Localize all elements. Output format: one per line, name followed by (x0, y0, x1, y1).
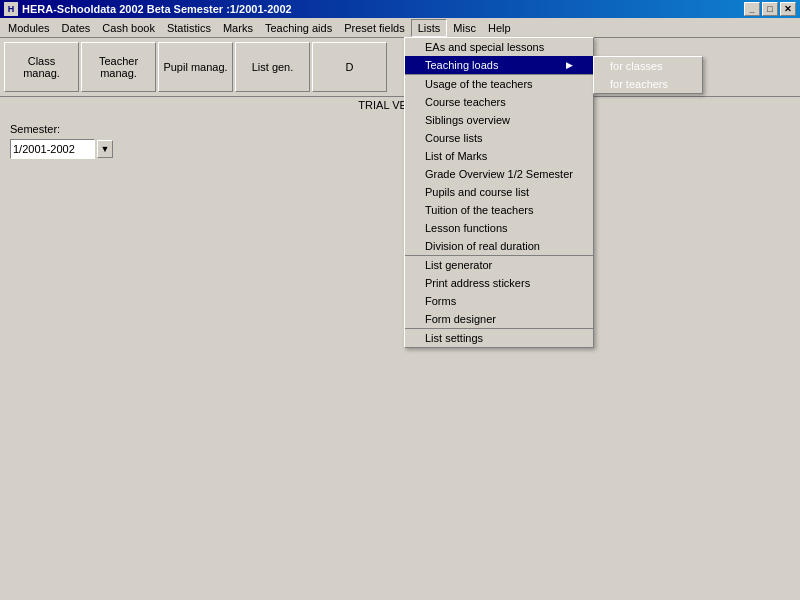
menu-section-4: List settings (405, 329, 593, 347)
list-gen-button[interactable]: List gen. (235, 42, 310, 92)
menu-item-siblings-overview[interactable]: Siblings overview (405, 111, 593, 129)
close-button[interactable]: ✕ (780, 2, 796, 16)
menu-bar: Modules Dates Cash book Statistics Marks… (0, 18, 800, 38)
semester-select-container: ▼ (10, 139, 790, 159)
submenu-item-for-classes[interactable]: for classes (594, 57, 702, 75)
menu-cashbook[interactable]: Cash book (96, 20, 161, 36)
submenu-item-for-teachers[interactable]: for teachers (594, 75, 702, 93)
menu-item-list-settings[interactable]: List settings (405, 329, 593, 347)
menu-item-course-lists[interactable]: Course lists (405, 129, 593, 147)
menu-help[interactable]: Help (482, 20, 517, 36)
minimize-button[interactable]: _ (744, 2, 760, 16)
semester-input[interactable] (10, 139, 95, 159)
title-bar: H HERA-Schooldata 2002 Beta Semester :1/… (0, 0, 800, 18)
window-controls: _ □ ✕ (744, 2, 796, 16)
menu-dates[interactable]: Dates (56, 20, 97, 36)
class-manag-button[interactable]: Classmanag. (4, 42, 79, 92)
menu-item-lesson-functions[interactable]: Lesson functions (405, 219, 593, 237)
maximize-button[interactable]: □ (762, 2, 778, 16)
menu-item-tuition-teachers[interactable]: Tuition of the teachers (405, 201, 593, 219)
menu-lists[interactable]: Lists (411, 19, 448, 37)
menu-item-teaching-loads[interactable]: Teaching loads ▶ for classes for teacher… (405, 56, 593, 74)
menu-item-form-designer[interactable]: Form designer (405, 310, 593, 328)
menu-preset-fields[interactable]: Preset fields (338, 20, 411, 36)
menu-section-1: EAs and special lessons Teaching loads ▶… (405, 38, 593, 75)
menu-item-list-generator[interactable]: List generator (405, 256, 593, 274)
semester-dropdown-arrow[interactable]: ▼ (97, 140, 113, 158)
main-content: Semester: ▼ (0, 113, 800, 169)
teacher-manag-button[interactable]: Teachermanag. (81, 42, 156, 92)
d-button[interactable]: D (312, 42, 387, 92)
menu-item-usage-teachers[interactable]: Usage of the teachers (405, 75, 593, 93)
menu-modules[interactable]: Modules (2, 20, 56, 36)
menu-section-2: Usage of the teachers Course teachers Si… (405, 75, 593, 256)
menu-marks[interactable]: Marks (217, 20, 259, 36)
submenu-arrow-icon: ▶ (566, 60, 573, 70)
menu-item-forms[interactable]: Forms (405, 292, 593, 310)
menu-item-list-marks[interactable]: List of Marks (405, 147, 593, 165)
window-title: HERA-Schooldata 2002 Beta Semester :1/20… (22, 3, 292, 15)
menu-item-pupils-course[interactable]: Pupils and course list (405, 183, 593, 201)
lists-dropdown-menu: EAs and special lessons Teaching loads ▶… (404, 37, 594, 348)
pupil-manag-button[interactable]: Pupil manag. (158, 42, 233, 92)
semester-label: Semester: (10, 123, 790, 135)
teaching-loads-submenu: for classes for teachers (593, 56, 703, 94)
menu-item-division-real[interactable]: Division of real duration (405, 237, 593, 255)
menu-misc[interactable]: Misc (447, 20, 482, 36)
menu-item-eas-special[interactable]: EAs and special lessons (405, 38, 593, 56)
menu-teaching-aids[interactable]: Teaching aids (259, 20, 338, 36)
menu-item-grade-overview[interactable]: Grade Overview 1/2 Semester (405, 165, 593, 183)
menu-item-print-address[interactable]: Print address stickers (405, 274, 593, 292)
trial-version-text: TRIAL VERSION (0, 97, 800, 113)
menu-item-course-teachers[interactable]: Course teachers (405, 93, 593, 111)
menu-section-3: List generator Print address stickers Fo… (405, 256, 593, 329)
menu-statistics[interactable]: Statistics (161, 20, 217, 36)
app-icon: H (4, 2, 18, 16)
